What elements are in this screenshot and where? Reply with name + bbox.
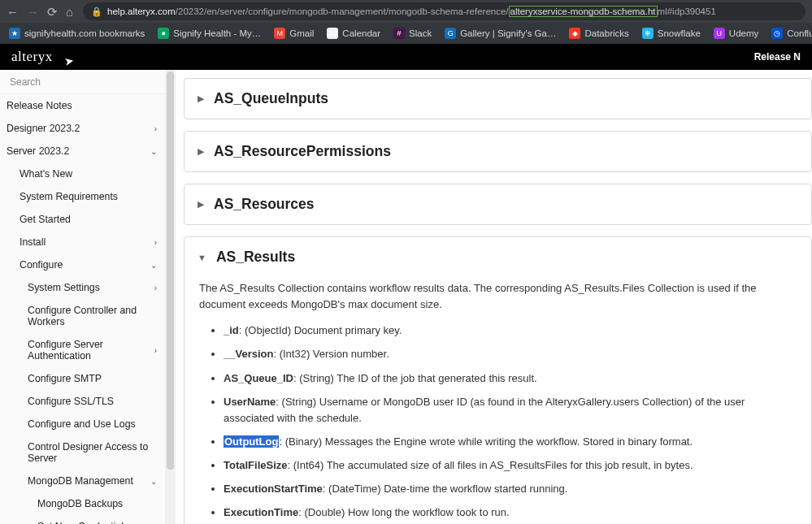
bookmark-item[interactable]: ❄Snowflake [638,26,705,41]
bookmark-item[interactable]: ★signifyhealth.com bookmarks [5,26,149,41]
chevron-right-icon: › [154,346,157,355]
chevron-right-icon: ▶ [198,93,204,104]
nav-item-label: System Requirements [20,191,118,202]
nav-item[interactable]: Configure SSL/TLS [0,390,165,413]
accordion-body: The AS_Results Collection contains workf… [185,277,811,524]
home-button[interactable]: ⌂ [66,6,73,18]
sidebar-scrollbar[interactable] [165,70,176,524]
accordion-title: AS_ResourcePermissions [214,143,391,160]
bookmark-icon: ★ [9,28,20,39]
nav-item[interactable]: Configure Server Authentication› [0,333,165,367]
cursor-icon: ➤ [63,54,76,68]
back-button[interactable]: ← [7,6,19,18]
field-name: ExecutionTime [224,506,298,518]
main-layout: Search Release NotesDesigner 2023.2›Serv… [0,70,812,524]
chevron-right-icon: › [154,238,157,247]
bookmark-item[interactable]: ●Signify Health - My… [154,26,265,41]
field-name: UserName [224,396,276,408]
nav-item[interactable]: Get Started [0,208,165,231]
field-desc: : (Binary) Messages the Engine wrote whi… [279,435,693,448]
bookmark-label: Gallery | Signify's Ga… [460,28,556,38]
nav-item[interactable]: Server 2023.2⌄ [0,140,165,162]
nav-item[interactable]: Release Notes [0,94,165,117]
bookmark-item[interactable]: UUdemy [710,26,762,41]
accordion-results: ▼AS_Results The AS_Results Collection co… [184,236,812,524]
sidebar-wrap: Search Release NotesDesigner 2023.2›Serv… [0,70,176,524]
field-name: ExecutionStartTime [224,483,323,495]
url-path-b: ml#idp390451 [658,6,716,16]
forward-button[interactable]: → [27,6,39,18]
content-area: ▶AS_QueueInputs ▶AS_ResourcePermissions … [176,70,812,524]
field-item: _id: (ObjectId) Document primary key. [224,323,797,339]
field-name: OutputLog [224,435,279,448]
nav-item[interactable]: System Requirements [0,185,165,208]
reload-button[interactable]: ⟳ [47,6,58,18]
nav-item[interactable]: Configure SMTP [0,367,165,390]
browser-toolbar: ← → ⟳ ⌂ 🔒 help.alteryx.com/20232/en/serv… [0,0,812,23]
bookmark-item[interactable]: ◆Databricks [565,26,632,41]
chevron-right-icon: ▶ [198,199,204,210]
bookmark-item[interactable]: 31Calendar [323,26,384,41]
address-bar[interactable]: 🔒 help.alteryx.com/20232/en/server/confi… [83,2,805,20]
bookmark-icon: ◷ [771,28,783,39]
nav-item[interactable]: Configure⌄ [0,253,165,276]
nav-item[interactable]: Configure Controller and Workers [0,299,165,333]
field-name: _id [224,324,239,336]
nav-item[interactable]: What's New [0,162,165,185]
nav-item[interactable]: MongoDB Backups [0,492,165,515]
field-item: ExecutionTime: (Double) How long the wor… [224,505,797,521]
chevron-right-icon: ▶ [198,146,204,157]
search-input[interactable]: Search [0,70,165,94]
nav-item-label: Control Designer Access to Server [28,441,157,464]
bookmark-label: Snowflake [658,28,701,38]
field-desc: : (ObjectId) Document primary key. [239,324,402,336]
nav-item-label: Configure Controller and Workers [28,305,157,327]
nav-item-label: Configure SMTP [28,373,102,384]
field-desc: : (Int32) Version number. [273,348,389,360]
field-item: ExecutionStartTime: (DateTime) Date-time… [224,481,797,497]
bookmark-label: Databricks [584,28,628,38]
nav-arrows: ← → ⟳ ⌂ [7,6,73,18]
sidebar: Search Release NotesDesigner 2023.2›Serv… [0,70,165,524]
nav-item[interactable]: MongoDB Management⌄ [0,470,165,492]
lock-icon: 🔒 [91,6,102,17]
bookmark-icon: ❄ [642,28,654,39]
brand-logo[interactable]: alteryx [11,49,53,65]
chevron-down-icon: ▼ [198,253,206,262]
accordion-resourcepermissions[interactable]: ▶AS_ResourcePermissions [184,131,812,172]
nav-item-label: Install [20,236,46,248]
nav-item-label: Configure and Use Logs [28,418,136,430]
bookmark-label: Confluence - Data… [787,28,812,38]
bookmark-item[interactable]: #Slack [389,26,436,41]
bookmark-icon: ● [158,28,169,39]
bookmark-label: Slack [409,28,432,38]
bookmark-label: signifyhealth.com bookmarks [24,28,145,38]
nav-item[interactable]: Install› [0,231,165,253]
accordion-resources[interactable]: ▶AS_Resources [184,184,812,225]
accordion-title: AS_QueueInputs [214,90,328,107]
accordion-queueinputs[interactable]: ▶AS_QueueInputs [184,78,812,119]
field-item: __Version: (Int32) Version number. [224,346,797,362]
nav-item-label: Server 2023.2 [7,145,69,157]
bookmark-item[interactable]: GGallery | Signify's Ga… [441,26,560,41]
scrollbar-thumb[interactable] [167,71,174,470]
bookmark-icon: M [274,28,285,39]
chevron-down-icon: ⌄ [150,261,157,270]
accordion-header[interactable]: ▼AS_Results [185,237,811,277]
nav-item-label: Configure [20,259,63,271]
bookmark-icon: 31 [327,28,338,39]
nav-item[interactable]: Configure and Use Logs [0,413,165,435]
url-host: help.alteryx.com [107,6,176,16]
url-highlight: alteryxservice-mongodb-schema.ht [509,6,658,17]
nav-item[interactable]: System Settings› [0,276,165,299]
nav-item[interactable]: Control Designer Access to Server [0,435,165,470]
bookmark-item[interactable]: MGmail [270,26,318,41]
nav-item-label: Designer 2023.2 [7,123,80,134]
field-desc: : (Int64) The accumulated size of all fi… [288,459,693,471]
nav-item[interactable]: Set New Credentials [0,515,165,524]
bookmark-item[interactable]: ◷Confluence - Data… [767,26,812,41]
release-link[interactable]: Release N [754,51,801,63]
chevron-down-icon: ⌄ [150,147,157,156]
field-list: _id: (ObjectId) Document primary key.__V… [199,323,797,521]
nav-item[interactable]: Designer 2023.2› [0,117,165,140]
